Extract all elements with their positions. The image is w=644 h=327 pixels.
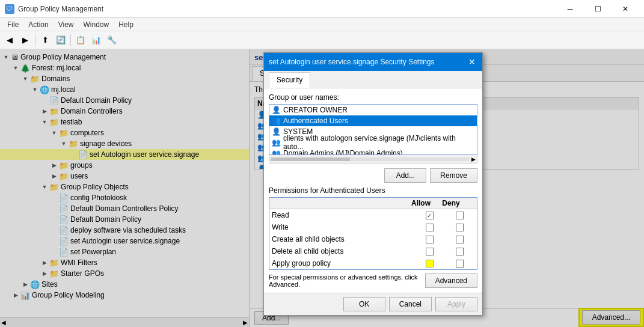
apply-deny-checkbox[interactable] — [456, 260, 464, 267]
tree-item-mjlocal[interactable]: ▼ 🌐 mj.local — [0, 84, 249, 95]
delete-deny-checkbox[interactable] — [456, 248, 464, 255]
add-user-button[interactable]: Add... — [384, 168, 426, 183]
delete-allow-checkbox[interactable] — [426, 248, 434, 255]
menu-file[interactable]: File — [2, 19, 23, 30]
create-allow-checkbox[interactable] — [426, 236, 434, 243]
expander-wmi[interactable]: ▶ — [40, 258, 49, 267]
menu-help[interactable]: Help — [114, 19, 138, 30]
tree-item-wmi[interactable]: ▶ 📁 WMI Filters — [0, 257, 249, 268]
tree-item-deploy[interactable]: ▶ 📄 deploy software via scheduled tasks — [0, 225, 249, 236]
tree-item-dc[interactable]: ▶ 📁 Domain Controllers — [0, 106, 249, 117]
wmi-label: WMI Filters — [61, 258, 97, 267]
tree-item-autologin2[interactable]: ▶ 📄 set Autologin user service.signage — [0, 236, 249, 246]
forward-button[interactable]: ▶ — [18, 33, 32, 47]
expander-sites[interactable]: ▶ — [20, 280, 30, 289]
perm-apply-deny[interactable] — [444, 260, 474, 267]
signage-icon: 📁 — [69, 139, 78, 148]
tree-item-starter[interactable]: ▶ 📁 Starter GPOs — [0, 268, 249, 279]
expander-testlab[interactable]: ▼ — [40, 117, 49, 127]
refresh-button[interactable]: 🔄 — [54, 33, 68, 47]
advanced-settings-button[interactable]: Advanced — [425, 274, 477, 288]
perm-create-label: Create all child objects — [272, 235, 414, 243]
tree-item-ddcp[interactable]: ▶ 📄 Default Domain Controllers Policy — [0, 203, 249, 214]
close-button[interactable]: ✕ — [612, 0, 639, 18]
ddcp-icon: 📄 — [59, 204, 69, 213]
scroll-left-arrow[interactable]: ◀ — [1, 319, 6, 326]
sites-icon: 🌐 — [30, 280, 40, 289]
expander-groups[interactable]: ▶ — [49, 160, 59, 170]
tree-item-config[interactable]: ▶ 📄 config Photokiosk — [0, 192, 249, 203]
read-deny-checkbox[interactable] — [456, 212, 464, 219]
perm-read-deny[interactable] — [444, 212, 474, 219]
chart-button[interactable]: 📊 — [89, 33, 103, 47]
cancel-button[interactable]: Cancel — [389, 297, 432, 311]
tree-item-gpm[interactable]: ▶ 📊 Group Policy Modeling — [0, 290, 249, 301]
maximize-button[interactable]: ☐ — [584, 0, 612, 18]
user-authenticated-users[interactable]: 👥Authenticated Users — [269, 115, 477, 126]
settings-button[interactable]: 🔧 — [105, 33, 119, 47]
tree-item-signage-devices[interactable]: ▼ 📁 signage devices — [0, 138, 249, 149]
tree-item-root[interactable]: ▼ 🖥 Group Policy Management — [0, 52, 249, 63]
expander-gpm[interactable]: ▶ — [11, 290, 20, 300]
expander-mjlocal[interactable]: ▼ — [30, 85, 40, 94]
tree-item-ddp2[interactable]: ▶ 📄 Default Domain Policy — [0, 214, 249, 225]
tree-item-sites[interactable]: ▶ 🌐 Sites — [0, 279, 249, 290]
tree-item-ddp[interactable]: ▶ 📄 Default Domain Policy — [0, 95, 249, 106]
menu-window[interactable]: Window — [79, 19, 114, 30]
perm-write-deny[interactable] — [444, 224, 474, 231]
expander-computers[interactable]: ▼ — [49, 128, 59, 138]
minimize-button[interactable]: ─ — [556, 0, 584, 18]
write-deny-checkbox[interactable] — [456, 224, 464, 231]
dialog-close-button[interactable]: ✕ — [467, 57, 477, 67]
user-clients[interactable]: 👥clients with autologon service.signage … — [269, 137, 477, 148]
menu-action[interactable]: Action — [23, 19, 53, 30]
tree-item-users[interactable]: ▶ 📁 users — [0, 171, 249, 182]
perm-read-row: Read — [269, 209, 477, 221]
remove-user-button[interactable]: Remove — [430, 168, 477, 183]
perm-apply-label: Apply group policy — [272, 259, 414, 267]
user-creator-owner[interactable]: 👤CREATOR OWNER — [269, 105, 477, 115]
tree-item-autologin[interactable]: ▶ 📄 set Autologin user service.signage — [0, 149, 249, 160]
perm-create-allow[interactable] — [414, 236, 444, 243]
ok-button[interactable]: OK — [343, 297, 385, 311]
expander-root[interactable]: ▼ — [1, 52, 11, 62]
security-tab[interactable]: Security — [269, 72, 310, 88]
apply-button[interactable]: Apply — [435, 297, 477, 311]
perm-delete-deny[interactable] — [444, 248, 474, 255]
apply-allow-checkbox[interactable] — [426, 260, 434, 267]
bottom-advanced-button[interactable]: Advanced... — [582, 310, 640, 325]
view-button[interactable]: 📋 — [73, 33, 88, 47]
expander-starter[interactable]: ▶ — [40, 269, 49, 278]
tree-item-powerplan[interactable]: ▶ 📄 set Powerplan — [0, 246, 249, 257]
tree-item-testlab[interactable]: ▼ 📁 testlab — [0, 117, 249, 127]
tree-item-domains[interactable]: ▼ 📁 Domains — [0, 73, 249, 84]
config-icon: 📄 — [59, 194, 69, 203]
perms-scroll-area: Read Write — [269, 209, 477, 269]
perm-delete-allow[interactable] — [414, 248, 444, 255]
expander-signage[interactable]: ▼ — [59, 139, 69, 148]
expander-domains[interactable]: ▼ — [20, 74, 30, 84]
toolbar-separator — [35, 34, 35, 46]
expander-forest[interactable]: ▼ — [11, 63, 20, 73]
scroll-right-arrow[interactable]: ▶ — [243, 319, 248, 326]
read-allow-checkbox[interactable] — [426, 212, 434, 219]
expander-users[interactable]: ▶ — [49, 171, 59, 181]
tree-item-forest[interactable]: ▼ 🌲 Forest: mj.local — [0, 63, 249, 73]
tree-item-groups[interactable]: ▶ 📁 groups — [0, 160, 249, 171]
back-button[interactable]: ◀ — [2, 33, 17, 47]
tree-item-gpo[interactable]: ▼ 📁 Group Policy Objects — [0, 182, 249, 192]
expander-dc[interactable]: ▶ — [40, 106, 49, 116]
security-dialog[interactable]: set Autologin user service.signage Secur… — [263, 52, 483, 316]
tree-item-computers[interactable]: ▼ 📁 computers — [0, 127, 249, 138]
perm-apply-allow[interactable] — [414, 260, 444, 267]
testlab-icon: 📁 — [49, 118, 59, 127]
expander-gpo[interactable]: ▼ — [40, 182, 49, 192]
write-allow-checkbox[interactable] — [426, 224, 434, 231]
dialog-footer: OK Cancel Apply — [264, 293, 482, 315]
perm-read-allow[interactable] — [414, 212, 444, 219]
up-button[interactable]: ⬆ — [38, 33, 52, 47]
perm-write-allow[interactable] — [414, 224, 444, 231]
perm-create-deny[interactable] — [444, 236, 474, 243]
create-deny-checkbox[interactable] — [456, 236, 464, 243]
menu-view[interactable]: View — [54, 19, 79, 30]
